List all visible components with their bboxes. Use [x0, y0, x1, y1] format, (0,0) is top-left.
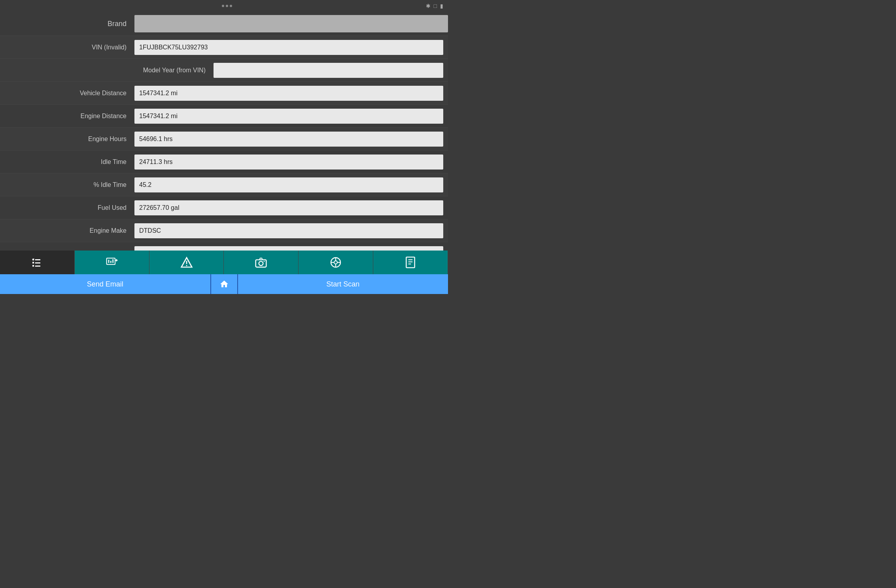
idle-time-row: Idle Time 24711.3 hrs	[0, 151, 448, 173]
fuel-used-row: Fuel Used 272657.70 gal	[0, 196, 448, 219]
home-button[interactable]	[210, 274, 238, 294]
model-year-value	[214, 63, 443, 78]
model-year-label: Model Year (from VIN)	[0, 67, 214, 74]
engine-hours-label: Engine Hours	[0, 136, 134, 143]
vehicle-distance-label: Vehicle Distance	[0, 90, 134, 97]
pct-idle-time-value: 45.2	[134, 177, 443, 192]
engine-distance-row: Engine Distance 1547341.2 mi	[0, 105, 448, 128]
svg-point-16	[334, 261, 337, 264]
vin-label: VIN (Invalid)	[0, 44, 134, 51]
engine-serial-value: 06R0816147	[134, 246, 443, 251]
svg-rect-10	[186, 261, 187, 264]
svg-rect-5	[35, 266, 40, 267]
svg-point-13	[259, 261, 263, 266]
bottom-nav	[0, 251, 448, 274]
bluetooth-icon: ✱	[426, 3, 431, 9]
action-bar: Send Email Start Scan	[0, 274, 448, 294]
engine-make-label: Engine Make	[0, 227, 134, 234]
nav-item-checklist[interactable]	[0, 251, 75, 274]
svg-rect-7	[108, 260, 109, 263]
vehicle-distance-value: 1547341.2 mi	[134, 86, 443, 101]
dot-2	[226, 5, 228, 7]
engine-make-row: Engine Make DTDSC	[0, 219, 448, 242]
idle-time-value: 24711.3 hrs	[134, 155, 443, 170]
notes-icon	[404, 256, 417, 269]
nav-item-alerts[interactable]	[149, 251, 224, 274]
brand-value	[134, 15, 448, 32]
svg-rect-21	[406, 257, 414, 268]
svg-rect-3	[35, 262, 40, 264]
vehicle-distance-row: Vehicle Distance 1547341.2 mi	[0, 82, 448, 105]
vin-value: 1FUJBBCK75LU392793	[134, 40, 443, 55]
engine-distance-value: 1547341.2 mi	[134, 109, 443, 124]
svg-point-14	[264, 261, 265, 262]
pct-idle-time-label: % Idle Time	[0, 181, 134, 188]
camera-icon	[255, 256, 267, 269]
idle-time-label: Idle Time	[0, 158, 134, 166]
svg-rect-2	[32, 262, 34, 264]
main-content: Brand VIN (Invalid) 1FUJBBCK75LU392793 M…	[0, 12, 448, 251]
top-bar: ✱ □ ▮	[0, 0, 448, 12]
engine-serial-row: Engine Serial 06R0816147	[0, 242, 448, 251]
svg-rect-12	[256, 260, 267, 267]
dot-3	[230, 5, 232, 7]
diagnostics-icon	[106, 256, 118, 269]
fuel-used-label: Fuel Used	[0, 204, 134, 211]
svg-rect-9	[112, 259, 113, 263]
nav-item-wheel[interactable]	[299, 251, 373, 274]
svg-rect-4	[32, 265, 34, 267]
nav-item-notes[interactable]	[373, 251, 448, 274]
brand-row: Brand	[0, 12, 448, 36]
wheel-icon	[329, 256, 342, 269]
battery-icon: ▮	[440, 3, 443, 9]
engine-make-value: DTDSC	[134, 223, 443, 238]
fuel-used-value: 272657.70 gal	[134, 200, 443, 215]
engine-hours-value: 54696.1 hrs	[134, 132, 443, 147]
svg-rect-1	[35, 259, 40, 260]
start-scan-button[interactable]: Start Scan	[238, 274, 448, 294]
svg-rect-8	[110, 261, 112, 263]
svg-rect-11	[186, 265, 187, 266]
model-year-row: Model Year (from VIN)	[0, 59, 448, 82]
dot-1	[222, 5, 224, 7]
pct-idle-time-row: % Idle Time 45.2	[0, 173, 448, 196]
nav-item-camera[interactable]	[224, 251, 299, 274]
send-email-button[interactable]: Send Email	[0, 274, 210, 294]
alerts-icon	[180, 256, 193, 269]
signal-icon: □	[434, 3, 437, 9]
engine-distance-label: Engine Distance	[0, 113, 134, 120]
vin-row: VIN (Invalid) 1FUJBBCK75LU392793	[0, 36, 448, 59]
brand-label: Brand	[0, 20, 134, 28]
home-icon	[219, 279, 229, 289]
top-dots	[28, 5, 426, 7]
engine-hours-row: Engine Hours 54696.1 hrs	[0, 128, 448, 151]
checklist-icon	[31, 256, 43, 269]
top-icons: ✱ □ ▮	[426, 3, 443, 9]
nav-item-diagnostics[interactable]	[75, 251, 149, 274]
